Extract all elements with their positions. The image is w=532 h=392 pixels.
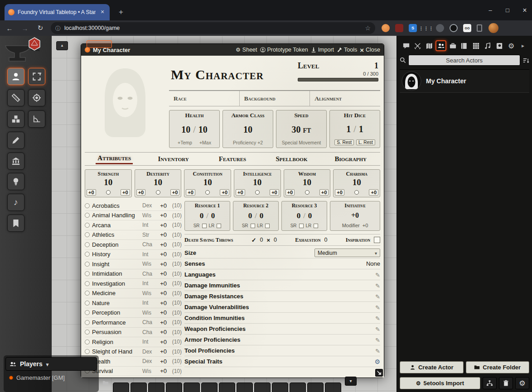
tab-journal[interactable] — [459, 40, 470, 51]
skill-proficiency-toggle[interactable] — [85, 291, 90, 296]
resource-value-input[interactable]: 0 — [297, 211, 301, 220]
ability-name[interactable]: Intelligence — [243, 171, 271, 177]
skill-row[interactable]: Intimidation Cha +0 (10) — [85, 269, 182, 279]
speed-value[interactable]: 30 ft — [292, 124, 311, 135]
skill-row[interactable]: Acrobatics Dex +0 (10) — [85, 201, 182, 211]
skill-name[interactable]: Deception — [92, 241, 140, 248]
skill-row[interactable]: Persuasion Cha +0 (10) — [85, 328, 182, 338]
tab-combat[interactable] — [412, 40, 423, 51]
skill-name[interactable]: Sleight of Hand — [92, 348, 140, 355]
skill-name[interactable]: Athletics — [92, 231, 140, 238]
hotbar-slot[interactable] — [325, 382, 341, 392]
sitemap-button[interactable] — [483, 377, 497, 389]
extension-white-oo-icon[interactable]: oo — [463, 24, 471, 32]
edit-icon[interactable] — [375, 336, 380, 344]
skill-row[interactable]: Deception Cha +0 (10) — [85, 240, 182, 250]
save-proficiency-toggle[interactable] — [255, 190, 260, 195]
skill-proficiency-toggle[interactable] — [85, 203, 90, 208]
skill-proficiency-toggle[interactable] — [85, 232, 90, 237]
site-info-icon[interactable] — [55, 24, 61, 33]
hotbar-slot[interactable] — [254, 382, 271, 392]
tempmax-hp-label[interactable]: +Max — [199, 140, 211, 145]
skill-row[interactable]: Stealth Dex +0 (10) — [85, 357, 182, 367]
skill-proficiency-toggle[interactable] — [85, 301, 90, 306]
skill-name[interactable]: Investigation — [92, 280, 140, 287]
skill-proficiency-toggle[interactable] — [85, 281, 90, 286]
hotbar-slot[interactable] — [131, 382, 147, 392]
skill-row[interactable]: Religion Int +0 (10) — [85, 337, 182, 347]
window-resize-handle[interactable] — [375, 369, 383, 377]
sound-controls-button[interactable] — [7, 194, 24, 211]
skill-row[interactable]: Perception Wis +0 (10) — [85, 308, 182, 318]
death-success-count[interactable]: 0 — [260, 237, 263, 243]
skill-row[interactable]: Animal Handling Wis +0 (10) — [85, 211, 182, 221]
lr-checkbox[interactable] — [217, 224, 221, 228]
edit-icon[interactable] — [375, 282, 380, 290]
ruler-tool-button[interactable] — [28, 110, 45, 128]
hp-max-input[interactable]: 10 — [198, 124, 208, 135]
edit-icon[interactable] — [375, 314, 380, 322]
ability-save[interactable]: +0 — [220, 189, 229, 196]
hit-dice-current[interactable]: 1 — [346, 124, 351, 134]
skill-name[interactable]: Intimidation — [92, 270, 140, 277]
token-controls-button[interactable] — [7, 68, 24, 85]
back-button[interactable] — [4, 24, 15, 32]
lr-checkbox[interactable] — [265, 224, 270, 228]
ability-name[interactable]: Constitution — [193, 171, 222, 177]
level-value[interactable]: 1 — [374, 61, 378, 71]
tab-settings[interactable] — [506, 40, 517, 51]
skill-name[interactable]: Perception — [92, 309, 140, 316]
sr-checkbox[interactable] — [251, 224, 255, 228]
xp-line[interactable]: 0 / 300 — [298, 71, 378, 76]
hotbar-slot[interactable] — [307, 382, 324, 392]
macro-folder-button[interactable] — [102, 379, 110, 387]
ac-value[interactable]: 10 — [243, 124, 252, 135]
skill-proficiency-toggle[interactable] — [85, 320, 90, 325]
death-fail-count[interactable]: 0 — [274, 237, 277, 243]
skill-name[interactable]: Acrobatics — [92, 202, 140, 209]
browser-profile-avatar[interactable] — [488, 23, 498, 33]
sidebar-collapse-button[interactable] — [517, 40, 528, 51]
initiative-modifier-value[interactable]: +0 — [363, 223, 368, 228]
browser-tab[interactable]: Foundry Virtual Tabletop • A Stan — [5, 4, 110, 20]
ability-box[interactable]: Constitution 10 +0 +0 — [184, 169, 231, 197]
ability-box[interactable]: Charisma 10 +0 +0 — [333, 169, 380, 197]
skill-row[interactable]: Survival Wis +0 (10) — [85, 367, 182, 377]
save-proficiency-toggle[interactable] — [205, 190, 210, 195]
skill-proficiency-toggle[interactable] — [85, 271, 90, 276]
tab-biography[interactable]: Biography — [321, 153, 380, 165]
exhaustion-value[interactable]: 0 — [324, 237, 328, 243]
fivetools-import-button[interactable]: 5etools Import — [400, 377, 480, 389]
resource-value-input[interactable]: 0 — [248, 211, 252, 220]
skill-proficiency-toggle[interactable] — [85, 252, 90, 257]
hotbar-slot[interactable] — [201, 382, 218, 392]
url-text[interactable]: localhost:30000/game — [64, 25, 361, 31]
skill-name[interactable]: Animal Handling — [92, 212, 140, 219]
ability-score-input[interactable]: 10 — [253, 177, 261, 189]
initiative-value[interactable]: +0 — [351, 211, 359, 220]
ability-name[interactable]: Wisdom — [298, 171, 316, 177]
lighting-controls-button[interactable] — [7, 173, 24, 190]
skill-row[interactable]: Investigation Int +0 (10) — [85, 279, 182, 289]
sr-checkbox[interactable] — [299, 224, 304, 228]
forward-button[interactable] — [19, 24, 31, 32]
actor-name[interactable]: My Character — [426, 77, 466, 85]
save-proficiency-toggle[interactable] — [156, 190, 160, 195]
edit-icon[interactable] — [375, 325, 380, 333]
ability-save[interactable]: +0 — [270, 189, 279, 196]
inspiration-checkbox[interactable] — [374, 237, 380, 243]
skill-name[interactable]: Insight — [92, 261, 140, 268]
skill-proficiency-toggle[interactable] — [85, 223, 90, 228]
measure-controls-button[interactable] — [7, 89, 24, 106]
edit-icon[interactable] — [375, 303, 380, 311]
select-tool-button[interactable] — [28, 68, 45, 85]
tab-tables[interactable] — [471, 40, 482, 51]
tile-controls-button[interactable] — [7, 110, 24, 128]
tab-close-icon[interactable] — [99, 9, 106, 16]
ability-score-input[interactable]: 10 — [104, 177, 112, 189]
new-tab-button[interactable] — [116, 7, 126, 17]
skill-proficiency-toggle[interactable] — [85, 242, 90, 247]
hotbar-slot[interactable] — [166, 382, 182, 392]
hotbar-slot[interactable] — [113, 382, 129, 392]
resource-value-input[interactable]: 0 — [200, 211, 204, 220]
